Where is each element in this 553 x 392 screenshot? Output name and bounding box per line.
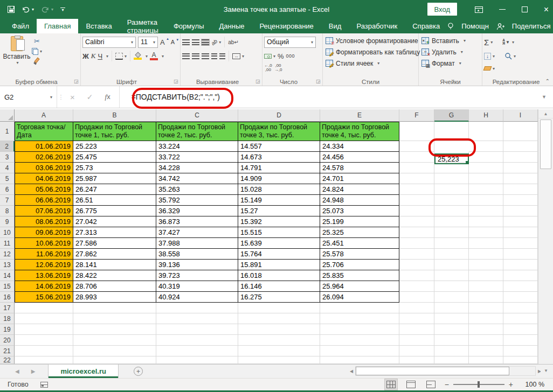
- borders-button[interactable]: ▾: [115, 53, 127, 60]
- cell-I20[interactable]: [503, 335, 538, 346]
- row-header-1[interactable]: 1: [0, 122, 15, 141]
- cell-F21[interactable]: [399, 346, 434, 356]
- cell-C8[interactable]: 36.329: [156, 206, 238, 216]
- cell-D21[interactable]: [238, 346, 320, 356]
- sort-filter-button[interactable]: АЯ ▼▾: [502, 39, 514, 45]
- align-bottom-button[interactable]: [202, 39, 209, 45]
- cell-H13[interactable]: [469, 260, 503, 270]
- active-cell-G2[interactable]: 25,223: [434, 153, 469, 164]
- row-header-2[interactable]: 2: [0, 141, 15, 152]
- orientation-button[interactable]: ab▾: [211, 39, 221, 45]
- cell-D15[interactable]: 16.146: [238, 281, 320, 292]
- save-icon[interactable]: [8, 6, 15, 13]
- alignment-dialog-launcher[interactable]: ◲: [255, 79, 260, 85]
- cell-A15[interactable]: 14.06.2019: [15, 281, 73, 292]
- minimize-icon[interactable]: [499, 9, 506, 10]
- cell-B16[interactable]: 28.993: [73, 292, 156, 303]
- cell-I15[interactable]: [503, 281, 538, 292]
- cell-H22[interactable]: [469, 356, 503, 364]
- cell-A6[interactable]: 05.06.2019: [15, 184, 73, 195]
- cell-G7[interactable]: [434, 195, 469, 206]
- cell-I2[interactable]: [503, 141, 538, 152]
- font-dialog-launcher[interactable]: ◲: [173, 79, 178, 85]
- page-layout-view-button[interactable]: [405, 379, 417, 390]
- cell-I8[interactable]: [503, 206, 538, 216]
- cell-H15[interactable]: [469, 281, 503, 292]
- tab-page-layout[interactable]: Разметка страницы: [120, 19, 166, 33]
- row-header-5[interactable]: 5: [0, 173, 15, 184]
- cell-G1[interactable]: [434, 122, 469, 141]
- comma-style-button[interactable]: 000: [286, 53, 295, 59]
- row-header-7[interactable]: 7: [0, 195, 15, 206]
- cell-A22[interactable]: [15, 356, 73, 364]
- row-header-12[interactable]: 12: [0, 249, 15, 260]
- cell-H2[interactable]: [469, 141, 503, 152]
- cell-A19[interactable]: [15, 324, 73, 335]
- cell-E20[interactable]: [320, 335, 399, 346]
- fill-color-button[interactable]: [134, 53, 142, 60]
- format-as-table-button[interactable]: 🖉 Форматировать как таблицу▾: [324, 46, 417, 58]
- row-header-13[interactable]: 13: [0, 260, 15, 270]
- cut-button[interactable]: ✂: [32, 37, 42, 45]
- cell-C12[interactable]: 38.558: [156, 249, 238, 260]
- number-dialog-launcher[interactable]: ◲: [315, 79, 321, 85]
- cell-C11[interactable]: 37.988: [156, 238, 238, 249]
- cell-A17[interactable]: [15, 303, 73, 313]
- cell-B22[interactable]: [73, 356, 156, 364]
- cell-I11[interactable]: [503, 238, 538, 249]
- cell-A7[interactable]: 06.06.2019: [15, 195, 73, 206]
- cell-G14[interactable]: [434, 270, 469, 281]
- cell-D8[interactable]: 15.27: [238, 206, 320, 216]
- cell-H18[interactable]: [469, 313, 503, 324]
- cell-A3[interactable]: 02.06.2019: [15, 152, 73, 163]
- cell-B9[interactable]: 27.042: [73, 216, 156, 227]
- cell-I22[interactable]: [503, 356, 538, 364]
- cell-H5[interactable]: [469, 173, 503, 184]
- row-header-18[interactable]: 18: [0, 313, 15, 324]
- cell-B11[interactable]: 27.586: [73, 238, 156, 249]
- formula-input[interactable]: =ПОДСТАВИТЬ(B2;".";","): [120, 93, 220, 101]
- col-header-A[interactable]: A: [15, 109, 73, 122]
- cell-H9[interactable]: [469, 216, 503, 227]
- cell-D4[interactable]: 14.791: [238, 163, 320, 173]
- font-color-button[interactable]: А: [150, 52, 158, 60]
- cell-D22[interactable]: [238, 356, 320, 364]
- cell-D2[interactable]: 14.557: [238, 141, 320, 152]
- row-header-20[interactable]: 20: [0, 335, 15, 346]
- col-header-C[interactable]: C: [156, 109, 238, 122]
- row-header-21[interactable]: 21: [0, 346, 15, 356]
- cell-H11[interactable]: [469, 238, 503, 249]
- align-middle-button[interactable]: [192, 39, 199, 45]
- cell-D5[interactable]: 14.909: [238, 173, 320, 184]
- cell-A5[interactable]: 04.06.2019: [15, 173, 73, 184]
- cell-E19[interactable]: [320, 324, 399, 335]
- cell-D17[interactable]: [238, 303, 320, 313]
- cell-F12[interactable]: [399, 249, 434, 260]
- row-header-16[interactable]: 16: [0, 292, 15, 303]
- italic-button[interactable]: К: [91, 52, 96, 60]
- cell-C10[interactable]: 37.427: [156, 227, 238, 238]
- cell-H19[interactable]: [469, 324, 503, 335]
- cell-H17[interactable]: [469, 303, 503, 313]
- zoom-slider-thumb[interactable]: [478, 381, 480, 388]
- cell-A4[interactable]: 03.06.2019: [15, 163, 73, 173]
- cell-D3[interactable]: 14.673: [238, 152, 320, 163]
- row-header-4[interactable]: 4: [0, 163, 15, 173]
- cell-C16[interactable]: 40.924: [156, 292, 238, 303]
- cell-A9[interactable]: 08.06.2019: [15, 216, 73, 227]
- cell-E22[interactable]: [320, 356, 399, 364]
- autosum-button[interactable]: Σ▾: [484, 38, 493, 47]
- vertical-scrollbar-thumb[interactable]: [540, 120, 551, 169]
- redo-button[interactable]: ▾: [41, 6, 53, 13]
- cell-F10[interactable]: [399, 227, 434, 238]
- cell-C3[interactable]: 33.722: [156, 152, 238, 163]
- cell-C7[interactable]: 35.792: [156, 195, 238, 206]
- horizontal-scrollbar-thumb[interactable]: [356, 367, 509, 375]
- format-painter-button[interactable]: [32, 58, 42, 63]
- cell-G11[interactable]: [434, 238, 469, 249]
- cell-F20[interactable]: [399, 335, 434, 346]
- cell-B17[interactable]: [73, 303, 156, 313]
- sheet-nav-left-icon[interactable]: ◀: [15, 368, 19, 374]
- cell-B13[interactable]: 28.141: [73, 260, 156, 270]
- copy-button[interactable]: ▾: [32, 48, 42, 55]
